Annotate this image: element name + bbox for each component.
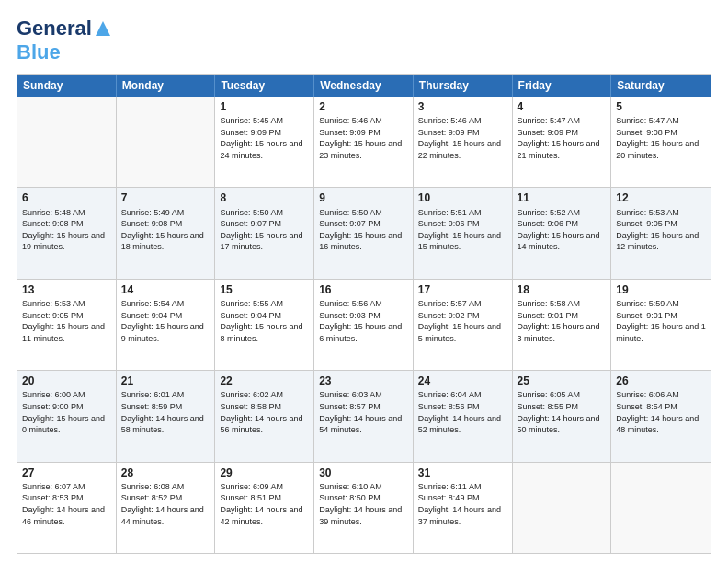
cal-cell: 27Sunrise: 6:07 AM Sunset: 8:53 PM Dayli…	[17, 463, 117, 553]
cal-cell: 13Sunrise: 5:53 AM Sunset: 9:05 PM Dayli…	[17, 280, 117, 370]
day-number: 6	[22, 190, 111, 205]
cal-cell: 3Sunrise: 5:46 AM Sunset: 9:09 PM Daylig…	[414, 97, 513, 187]
day-info: Sunrise: 5:46 AM Sunset: 9:09 PM Dayligh…	[418, 115, 507, 161]
day-number: 20	[22, 373, 111, 388]
cal-cell: 17Sunrise: 5:57 AM Sunset: 9:02 PM Dayli…	[414, 280, 513, 370]
day-info: Sunrise: 6:07 AM Sunset: 8:53 PM Dayligh…	[22, 481, 111, 527]
cal-header-cell-saturday: Saturday	[611, 75, 711, 97]
day-number: 16	[319, 282, 408, 297]
day-info: Sunrise: 5:47 AM Sunset: 9:08 PM Dayligh…	[616, 115, 706, 161]
cal-cell	[513, 463, 612, 553]
calendar: SundayMondayTuesdayWednesdayThursdayFrid…	[17, 74, 711, 554]
day-number: 31	[418, 465, 507, 480]
day-number: 2	[319, 99, 408, 114]
day-info: Sunrise: 6:06 AM Sunset: 8:54 PM Dayligh…	[616, 389, 706, 435]
cal-cell: 21Sunrise: 6:01 AM Sunset: 8:59 PM Dayli…	[117, 371, 216, 461]
cal-cell: 16Sunrise: 5:56 AM Sunset: 9:03 PM Dayli…	[314, 280, 414, 370]
day-number: 11	[518, 190, 607, 205]
cal-week-0: 1Sunrise: 5:45 AM Sunset: 9:09 PM Daylig…	[17, 97, 711, 187]
page: General Blue SundayMondayTuesdayWednesda…	[0, 0, 728, 563]
day-info: Sunrise: 6:10 AM Sunset: 8:50 PM Dayligh…	[319, 481, 408, 527]
day-info: Sunrise: 5:48 AM Sunset: 9:08 PM Dayligh…	[22, 207, 111, 253]
cal-header-cell-wednesday: Wednesday	[314, 75, 414, 97]
cal-cell: 11Sunrise: 5:52 AM Sunset: 9:06 PM Dayli…	[513, 188, 612, 278]
header: General Blue	[17, 17, 711, 64]
day-number: 18	[518, 282, 607, 297]
cal-cell: 10Sunrise: 5:51 AM Sunset: 9:06 PM Dayli…	[414, 188, 513, 278]
cal-cell	[17, 97, 117, 187]
day-number: 12	[616, 190, 706, 205]
cal-header-cell-thursday: Thursday	[414, 75, 513, 97]
day-info: Sunrise: 6:09 AM Sunset: 8:51 PM Dayligh…	[220, 481, 309, 527]
cal-cell: 8Sunrise: 5:50 AM Sunset: 9:07 PM Daylig…	[215, 188, 314, 278]
cal-cell: 19Sunrise: 5:59 AM Sunset: 9:01 PM Dayli…	[611, 280, 711, 370]
day-number: 15	[220, 282, 309, 297]
calendar-body: 1Sunrise: 5:45 AM Sunset: 9:09 PM Daylig…	[17, 97, 711, 553]
cal-week-4: 27Sunrise: 6:07 AM Sunset: 8:53 PM Dayli…	[17, 462, 711, 553]
day-number: 21	[121, 373, 210, 388]
cal-cell: 25Sunrise: 6:05 AM Sunset: 8:55 PM Dayli…	[513, 371, 612, 461]
cal-cell: 14Sunrise: 5:54 AM Sunset: 9:04 PM Dayli…	[117, 280, 216, 370]
cal-cell: 4Sunrise: 5:47 AM Sunset: 9:09 PM Daylig…	[513, 97, 612, 187]
day-number: 3	[418, 99, 507, 114]
day-info: Sunrise: 5:59 AM Sunset: 9:01 PM Dayligh…	[616, 298, 706, 344]
day-number: 29	[220, 465, 309, 480]
cal-cell: 2Sunrise: 5:46 AM Sunset: 9:09 PM Daylig…	[314, 97, 414, 187]
cal-header-cell-monday: Monday	[117, 75, 216, 97]
cal-cell: 5Sunrise: 5:47 AM Sunset: 9:08 PM Daylig…	[611, 97, 711, 187]
day-number: 24	[418, 373, 507, 388]
day-info: Sunrise: 5:50 AM Sunset: 9:07 PM Dayligh…	[220, 207, 309, 253]
cal-cell: 20Sunrise: 6:00 AM Sunset: 9:00 PM Dayli…	[17, 371, 117, 461]
day-number: 13	[22, 282, 111, 297]
day-number: 19	[616, 282, 706, 297]
cal-cell: 28Sunrise: 6:08 AM Sunset: 8:52 PM Dayli…	[117, 463, 216, 553]
cal-cell: 26Sunrise: 6:06 AM Sunset: 8:54 PM Dayli…	[611, 371, 711, 461]
day-number: 17	[418, 282, 507, 297]
day-number: 8	[220, 190, 309, 205]
day-number: 4	[518, 99, 607, 114]
day-number: 30	[319, 465, 408, 480]
cal-cell: 29Sunrise: 6:09 AM Sunset: 8:51 PM Dayli…	[215, 463, 314, 553]
day-info: Sunrise: 5:46 AM Sunset: 9:09 PM Dayligh…	[319, 115, 408, 161]
cal-cell: 1Sunrise: 5:45 AM Sunset: 9:09 PM Daylig…	[215, 97, 314, 187]
day-number: 10	[418, 190, 507, 205]
day-number: 23	[319, 373, 408, 388]
logo: General Blue	[17, 17, 112, 64]
day-info: Sunrise: 6:03 AM Sunset: 8:57 PM Dayligh…	[319, 389, 408, 435]
cal-week-2: 13Sunrise: 5:53 AM Sunset: 9:05 PM Dayli…	[17, 279, 711, 370]
cal-week-3: 20Sunrise: 6:00 AM Sunset: 9:00 PM Dayli…	[17, 370, 711, 461]
cal-header-cell-sunday: Sunday	[17, 75, 117, 97]
logo-blue-text: Blue	[17, 40, 61, 63]
day-info: Sunrise: 5:50 AM Sunset: 9:07 PM Dayligh…	[319, 207, 408, 253]
cal-header-cell-friday: Friday	[513, 75, 612, 97]
day-number: 26	[616, 373, 706, 388]
cal-cell: 7Sunrise: 5:49 AM Sunset: 9:08 PM Daylig…	[117, 188, 216, 278]
cal-cell: 12Sunrise: 5:53 AM Sunset: 9:05 PM Dayli…	[611, 188, 711, 278]
calendar-header: SundayMondayTuesdayWednesdayThursdayFrid…	[17, 75, 711, 97]
day-info: Sunrise: 6:08 AM Sunset: 8:52 PM Dayligh…	[121, 481, 210, 527]
svg-marker-0	[96, 21, 110, 36]
day-info: Sunrise: 5:55 AM Sunset: 9:04 PM Dayligh…	[220, 298, 309, 344]
logo-general-text: General	[17, 17, 92, 40]
day-number: 5	[616, 99, 706, 114]
day-info: Sunrise: 5:47 AM Sunset: 9:09 PM Dayligh…	[518, 115, 607, 161]
day-number: 28	[121, 465, 210, 480]
day-number: 27	[22, 465, 111, 480]
day-info: Sunrise: 6:11 AM Sunset: 8:49 PM Dayligh…	[418, 481, 507, 527]
day-info: Sunrise: 5:52 AM Sunset: 9:06 PM Dayligh…	[518, 207, 607, 253]
cal-header-cell-tuesday: Tuesday	[215, 75, 314, 97]
day-number: 14	[121, 282, 210, 297]
cal-cell: 23Sunrise: 6:03 AM Sunset: 8:57 PM Dayli…	[314, 371, 414, 461]
day-number: 25	[518, 373, 607, 388]
cal-cell: 15Sunrise: 5:55 AM Sunset: 9:04 PM Dayli…	[215, 280, 314, 370]
day-info: Sunrise: 6:00 AM Sunset: 9:00 PM Dayligh…	[22, 389, 111, 435]
day-number: 9	[319, 190, 408, 205]
cal-cell	[611, 463, 711, 553]
day-info: Sunrise: 6:02 AM Sunset: 8:58 PM Dayligh…	[220, 389, 309, 435]
day-info: Sunrise: 6:04 AM Sunset: 8:56 PM Dayligh…	[418, 389, 507, 435]
cal-week-1: 6Sunrise: 5:48 AM Sunset: 9:08 PM Daylig…	[17, 187, 711, 278]
logo-icon	[94, 19, 112, 38]
cal-cell: 6Sunrise: 5:48 AM Sunset: 9:08 PM Daylig…	[17, 188, 117, 278]
cal-cell: 22Sunrise: 6:02 AM Sunset: 8:58 PM Dayli…	[215, 371, 314, 461]
cal-cell: 24Sunrise: 6:04 AM Sunset: 8:56 PM Dayli…	[414, 371, 513, 461]
